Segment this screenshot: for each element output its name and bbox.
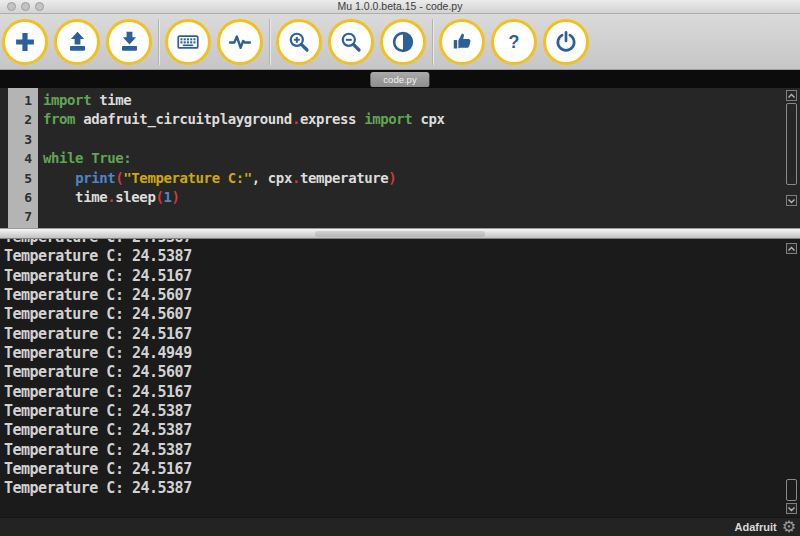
line-number: 6 [8, 188, 38, 207]
console-line: Temperature C: 24.5167 [4, 460, 800, 479]
console-line: Temperature C: 24.5607 [4, 363, 800, 382]
line-number: 3 [8, 130, 38, 149]
console-scrollbar-up-button[interactable] [786, 243, 797, 254]
status-bar: Adafruit ⚙ [0, 517, 800, 536]
load-button[interactable] [54, 19, 100, 65]
chevron-up-icon [787, 93, 796, 99]
theme-button[interactable] [380, 19, 426, 65]
splitter-grip [315, 231, 485, 237]
contrast-icon [390, 29, 416, 55]
line-number: 2 [8, 110, 38, 129]
new-button[interactable] [2, 19, 48, 65]
code-text: while True: [38, 149, 131, 168]
console-line: Temperature C: 24.5387 [4, 247, 800, 266]
console-line: Temperature C: 24.5167 [4, 383, 800, 402]
magnifier-plus-icon [286, 29, 312, 55]
line-number: 1 [8, 91, 38, 110]
toolbar-group [2, 19, 152, 65]
code-line: 2from adafruit_circuitplayground.express… [0, 110, 800, 129]
download-icon [117, 29, 142, 54]
toolbar-separator [158, 19, 159, 65]
line-number: 4 [8, 149, 38, 168]
serial-console[interactable]: Temperature C: 24.5387Temperature C: 24.… [0, 239, 800, 517]
console-line: Temperature C: 24.5387 [4, 479, 800, 498]
console-line: Temperature C: 24.4949 [4, 344, 800, 363]
power-icon [553, 29, 579, 55]
magnifier-minus-icon [338, 29, 364, 55]
code-text [38, 130, 43, 149]
console-scrollbar-thumb[interactable] [786, 479, 797, 501]
settings-gear-icon[interactable]: ⚙ [782, 519, 796, 535]
console-line: Temperature C: 24.5167 [4, 325, 800, 344]
titlebar: Mu 1.0.0.beta.15 - code.py [0, 0, 800, 14]
keyboard-icon [175, 29, 201, 55]
toolbar-group [276, 19, 426, 65]
check-button[interactable] [439, 19, 485, 65]
plotter-button[interactable] [217, 19, 263, 65]
code-line: 6 time.sleep(1) [0, 188, 800, 207]
editor-scrollbar-down-button[interactable] [786, 195, 797, 206]
chevron-down-icon [787, 506, 796, 512]
console-line: Temperature C: 24.5387 [4, 421, 800, 440]
window-title: Mu 1.0.0.beta.15 - code.py [0, 0, 800, 13]
editor-scrollbar-up-button[interactable] [786, 90, 797, 101]
toolbar-separator [269, 19, 270, 65]
code-line: 7 [0, 207, 800, 226]
code-text [38, 207, 43, 226]
console-line: Temperature C: 24.5387 [4, 441, 800, 460]
console-line: Temperature C: 24.5387 [4, 239, 800, 247]
quit-button[interactable] [543, 19, 589, 65]
svg-text:?: ? [509, 32, 520, 52]
code-line: 4while True: [0, 149, 800, 168]
pulse-icon [227, 29, 253, 55]
code-line: 3 [0, 130, 800, 149]
mu-window: Mu 1.0.0.beta.15 - code.py ? code.py 1im… [0, 0, 800, 536]
line-number: 7 [8, 207, 38, 226]
code-text: from adafruit_circuitplayground.express … [38, 110, 444, 129]
save-button[interactable] [106, 19, 152, 65]
editor-scrollbar-thumb[interactable] [786, 103, 797, 185]
console-line: Temperature C: 24.5167 [4, 267, 800, 286]
tab-bar: code.py [0, 70, 800, 88]
chevron-up-icon [787, 246, 796, 252]
question-icon: ? [501, 29, 527, 55]
toolbar: ? [0, 14, 800, 70]
mode-label: Adafruit [734, 521, 776, 533]
code-line: 5 print("Temperature C:", cpx.temperatur… [0, 169, 800, 188]
line-number: 5 [8, 169, 38, 188]
chevron-down-icon [787, 198, 796, 204]
console-line: Temperature C: 24.5387 [4, 402, 800, 421]
zoom-in-button[interactable] [276, 19, 322, 65]
tab-code-py[interactable]: code.py [370, 72, 429, 87]
toolbar-separator [432, 19, 433, 65]
console-line: Temperature C: 24.5607 [4, 305, 800, 324]
code-line: 1import time [0, 91, 800, 110]
code-text: time.sleep(1) [38, 188, 180, 207]
thumbs-up-icon [450, 29, 475, 54]
console-line: Temperature C: 24.5607 [4, 286, 800, 305]
code-editor[interactable]: 1import time2from adafruit_circuitplaygr… [0, 88, 800, 228]
code-text: import time [38, 91, 131, 110]
help-button[interactable]: ? [491, 19, 537, 65]
upload-icon [65, 29, 90, 54]
zoom-out-button[interactable] [328, 19, 374, 65]
toolbar-group: ? [439, 19, 589, 65]
repl-button[interactable] [165, 19, 211, 65]
code-text: print("Temperature C:", cpx.temperature) [38, 169, 396, 188]
console-scrollbar-down-button[interactable] [786, 503, 797, 514]
plus-icon [12, 29, 38, 55]
toolbar-group [165, 19, 263, 65]
splitter-handle[interactable] [0, 228, 800, 239]
